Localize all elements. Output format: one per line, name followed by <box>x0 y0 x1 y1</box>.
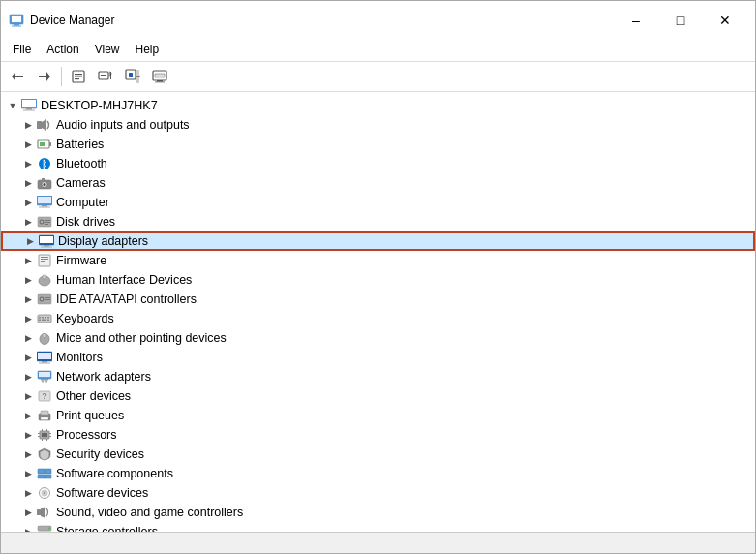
expand-icon-sound: ▶ <box>20 505 36 520</box>
storage-label: Storage controllers <box>56 525 158 532</box>
svg-marker-4 <box>12 72 15 81</box>
svg-rect-79 <box>42 361 47 363</box>
tree-root[interactable]: ▼ DESKTOP-MHJ7HK7 <box>1 96 755 115</box>
ide-label: IDE ATA/ATAPI controllers <box>56 292 197 306</box>
svg-rect-16 <box>110 72 111 79</box>
window-title: Device Manager <box>30 14 614 27</box>
tree-item-storage[interactable]: ▶ Storage controllers <box>1 522 755 532</box>
maximize-button[interactable]: □ <box>658 7 703 34</box>
svg-rect-89 <box>41 411 48 415</box>
svg-rect-69 <box>45 317 46 319</box>
expand-icon-sw-comp: ▶ <box>20 466 36 481</box>
sound-icon <box>36 505 53 520</box>
svg-rect-70 <box>47 317 49 319</box>
tree-item-computer[interactable]: ▶ Computer <box>1 193 755 212</box>
tree-item-cameras[interactable]: ▶ Cameras <box>1 173 755 193</box>
ide-icon <box>36 292 53 307</box>
menu-help[interactable]: Help <box>128 40 167 59</box>
svg-rect-103 <box>45 469 51 474</box>
expand-icon-mice: ▶ <box>20 330 36 346</box>
tree-view[interactable]: ▼ DESKTOP-MHJ7HK7 ▶ <box>1 92 755 532</box>
tree-item-processors[interactable]: ▶ Processors <box>1 425 755 445</box>
tree-item-security[interactable]: ▶ Security devices <box>1 445 755 464</box>
svg-rect-51 <box>40 236 53 243</box>
svg-rect-96 <box>49 433 51 434</box>
svg-rect-84 <box>42 381 44 383</box>
status-bar <box>1 532 755 553</box>
toolbar-show-hidden[interactable] <box>147 65 172 88</box>
tree-item-software-devices[interactable]: ▶ Software devices <box>1 483 755 503</box>
tree-item-audio[interactable]: ▶ Audio inputs and outputs <box>1 115 755 135</box>
expand-icon-sw-dev: ▶ <box>20 485 36 501</box>
tree-item-other[interactable]: ▶ ? Other devices <box>1 386 755 406</box>
toolbar-update-driver[interactable] <box>93 65 118 88</box>
tree-item-display-adapters[interactable]: ▶ Display adapters <box>1 231 755 251</box>
expand-icon-keyboards: ▶ <box>20 311 36 326</box>
svg-rect-24 <box>155 82 165 83</box>
svg-rect-100 <box>42 439 43 441</box>
tree-item-firmware[interactable]: ▶ Firmware <box>1 251 755 270</box>
svg-rect-14 <box>101 77 105 77</box>
expand-icon-security: ▶ <box>20 446 36 462</box>
svg-marker-6 <box>46 72 50 81</box>
toolbar-properties[interactable] <box>66 65 91 88</box>
batteries-icon <box>36 137 53 152</box>
svg-rect-23 <box>157 80 163 82</box>
expand-icon-hid: ▶ <box>20 272 36 288</box>
svg-rect-85 <box>45 381 47 383</box>
svg-rect-64 <box>45 297 50 298</box>
expand-icon-storage: ▶ <box>20 524 36 532</box>
menu-view[interactable]: View <box>87 40 128 59</box>
close-button[interactable]: ✕ <box>703 7 747 34</box>
svg-rect-65 <box>45 299 50 300</box>
tree-item-batteries[interactable]: ▶ Batteries <box>1 135 755 154</box>
svg-point-108 <box>44 492 45 494</box>
svg-rect-109 <box>37 509 41 515</box>
sw-devices-icon <box>36 485 53 501</box>
storage-icon <box>36 524 53 532</box>
svg-rect-105 <box>45 475 51 478</box>
network-label: Network adapters <box>56 370 151 384</box>
svg-rect-10 <box>75 77 82 77</box>
processors-label: Processors <box>56 428 117 442</box>
tree-item-monitors[interactable]: ▶ Monitors <box>1 348 755 367</box>
display-adapters-label: Display adapters <box>58 234 148 248</box>
minimize-button[interactable]: – <box>614 7 658 34</box>
tree-item-hid[interactable]: ▶ Human Interface Devices <box>1 270 755 290</box>
bluetooth-icon: ᛒ <box>36 156 53 171</box>
svg-rect-56 <box>41 259 48 260</box>
expand-icon-bluetooth: ▶ <box>20 156 36 171</box>
menu-file[interactable]: File <box>5 40 39 59</box>
toolbar-back[interactable] <box>5 65 30 88</box>
svg-rect-97 <box>49 436 51 437</box>
expand-icon-firmware: ▶ <box>20 253 36 268</box>
tree-item-sound[interactable]: ▶ Sound, video and game controllers <box>1 503 755 522</box>
toolbar-forward[interactable] <box>32 65 57 88</box>
svg-point-63 <box>41 298 43 300</box>
tree-item-ide[interactable]: ▶ IDE ATA/ATAPI controllers <box>1 290 755 309</box>
tree-item-network[interactable]: ▶ Network adapters <box>1 367 755 386</box>
title-controls: – □ ✕ <box>614 7 747 34</box>
display-icon <box>38 233 55 249</box>
svg-rect-7 <box>39 76 46 77</box>
svg-rect-28 <box>23 110 35 111</box>
svg-text:ᛒ: ᛒ <box>42 159 47 169</box>
tree-item-software-components[interactable]: ▶ Software components <box>1 464 755 483</box>
tree-item-print[interactable]: ▶ Print queues <box>1 406 755 425</box>
svg-rect-43 <box>39 207 50 208</box>
expand-icon-audio: ▶ <box>20 117 36 133</box>
tree-item-bluetooth[interactable]: ▶ ᛒ Bluetooth <box>1 154 755 173</box>
svg-rect-67 <box>39 317 41 319</box>
tree-item-keyboards[interactable]: ▶ Keyboards <box>1 309 755 328</box>
expand-icon-disk: ▶ <box>20 214 36 230</box>
firmware-label: Firmware <box>56 254 106 267</box>
batteries-label: Batteries <box>56 138 104 151</box>
svg-rect-102 <box>38 469 45 474</box>
expand-icon-ide: ▶ <box>20 292 36 307</box>
toolbar-scan-changes[interactable] <box>120 65 145 88</box>
svg-rect-101 <box>46 439 47 441</box>
menu-action[interactable]: Action <box>39 40 86 59</box>
svg-rect-1 <box>12 16 21 22</box>
tree-item-disk-drives[interactable]: ▶ Disk drives <box>1 212 755 231</box>
tree-item-mice[interactable]: ▶ Mice and other pointing devices <box>1 328 755 348</box>
